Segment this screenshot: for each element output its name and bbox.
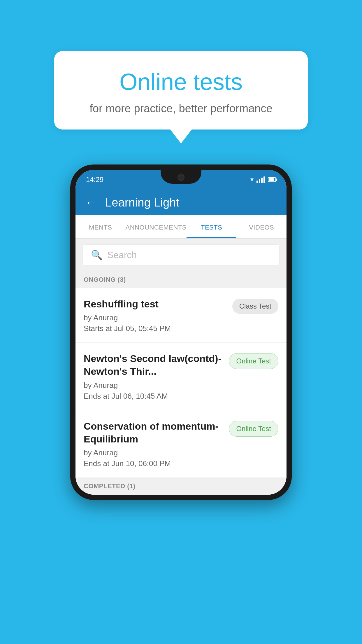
camera [178, 174, 184, 181]
search-container: 🔍 Search [75, 239, 287, 271]
ongoing-section-header: ONGOING (3) [75, 271, 287, 288]
test-list: Reshuffling test by Anurag Starts at Jul… [75, 288, 287, 478]
test-by: by Anurag [84, 448, 223, 457]
notch [161, 170, 201, 184]
bubble-title: Online tests [72, 69, 290, 95]
test-time: Ends at Jul 06, 10:45 AM [84, 392, 223, 401]
test-name: Conservation of momentum-Equilibrium [84, 420, 223, 445]
test-badge-class: Class Test [232, 299, 278, 314]
test-info: Conservation of momentum-Equilibrium by … [84, 420, 223, 468]
status-time: 14:29 [86, 176, 103, 184]
search-bar[interactable]: 🔍 Search [82, 244, 280, 265]
test-item[interactable]: Conservation of momentum-Equilibrium by … [75, 410, 287, 478]
phone-frame: 14:29 ▾ [70, 164, 292, 500]
test-item[interactable]: Newton's Second law(contd)-Newton's Thir… [75, 343, 287, 410]
test-info: Reshuffling test by Anurag Starts at Jul… [84, 298, 226, 333]
status-bar: 14:29 ▾ [75, 170, 287, 190]
back-button[interactable]: ← [85, 195, 97, 209]
test-name: Newton's Second law(contd)-Newton's Thir… [84, 352, 223, 378]
test-info: Newton's Second law(contd)-Newton's Thir… [84, 352, 223, 400]
phone-screen: 14:29 ▾ [75, 170, 287, 495]
test-badge-online: Online Test [229, 421, 278, 437]
wifi-icon: ▾ [250, 176, 254, 183]
battery-icon [268, 177, 276, 182]
tab-bar: MENTS ANNOUNCEMENTS TESTS VIDEOS [75, 215, 287, 239]
app-title: Learning Light [105, 196, 179, 209]
test-item[interactable]: Reshuffling test by Anurag Starts at Jul… [75, 288, 287, 343]
phone-container: 14:29 ▾ [70, 164, 292, 500]
test-time: Ends at Jun 10, 06:00 PM [84, 459, 223, 468]
search-icon: 🔍 [91, 249, 103, 260]
test-time: Starts at Jul 05, 05:45 PM [84, 324, 226, 333]
tab-announcements[interactable]: ANNOUNCEMENTS [126, 215, 187, 238]
test-badge-online: Online Test [229, 353, 278, 369]
bubble-subtitle: for more practice, better performance [72, 102, 290, 115]
speech-bubble: Online tests for more practice, better p… [54, 51, 308, 130]
status-icons: ▾ [250, 176, 276, 183]
app-header: ← Learning Light [75, 190, 287, 215]
test-name: Reshuffling test [84, 298, 226, 310]
tab-ments[interactable]: MENTS [75, 215, 126, 238]
test-by: by Anurag [84, 381, 223, 390]
completed-section-header: COMPLETED (1) [75, 478, 287, 495]
test-by: by Anurag [84, 313, 226, 322]
signal-icon [256, 176, 265, 183]
tab-videos[interactable]: VIDEOS [236, 215, 287, 238]
tab-tests[interactable]: TESTS [187, 215, 237, 238]
search-input[interactable]: Search [107, 250, 137, 260]
